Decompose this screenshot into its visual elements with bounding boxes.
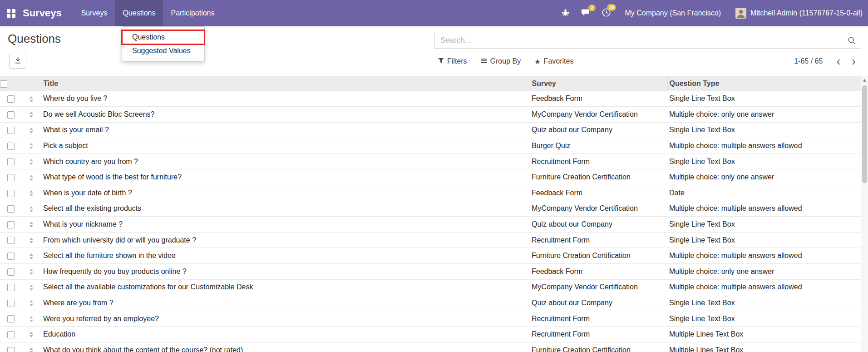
drag-handle-icon[interactable] (30, 285, 33, 291)
messages-button[interactable]: 2 (581, 8, 591, 19)
table-row[interactable]: When is your date of birth ? Feedback Fo… (0, 185, 861, 201)
row-survey[interactable]: Feedback Form (529, 264, 667, 280)
row-title[interactable]: Where are you from ? (41, 295, 529, 311)
row-survey[interactable]: Furniture Creation Certification (529, 169, 667, 185)
row-question-type[interactable]: Multiple choice: multiple answers allowe… (667, 138, 836, 154)
menu-questions[interactable]: Questions (115, 0, 163, 26)
row-question-type[interactable]: Single Line Text Box (667, 217, 836, 233)
row-question-type[interactable]: Multiple choice: multiple answers allowe… (667, 279, 836, 295)
row-question-type[interactable]: Multiple choice: multiple answers allowe… (667, 201, 836, 217)
row-checkbox[interactable] (7, 190, 15, 197)
filters-button[interactable]: Filters (438, 57, 467, 65)
table-row[interactable]: What is your email ? Quiz about our Comp… (0, 122, 861, 138)
row-survey[interactable]: Recruitment Form (529, 154, 667, 169)
row-survey[interactable]: MyCompany Vendor Certification (529, 279, 667, 295)
drag-handle-icon[interactable] (30, 269, 33, 275)
row-checkbox[interactable] (7, 331, 15, 338)
favorites-button[interactable]: ★ Favorites (534, 57, 573, 65)
row-title[interactable]: Select all the existing products (41, 201, 529, 217)
vertical-scrollbar[interactable]: ▲ (861, 76, 868, 352)
pager-next-button[interactable]: › (846, 55, 861, 67)
row-survey[interactable]: Furniture Creation Certification (529, 248, 667, 264)
table-row[interactable]: Where do you live ? Feedback Form Single… (0, 91, 861, 107)
table-row[interactable]: What type of wood is the best for furnit… (0, 169, 861, 185)
row-checkbox[interactable] (7, 205, 15, 213)
row-title[interactable]: Do we sell Acoustic Bloc Screens? (41, 107, 529, 123)
row-checkbox[interactable] (7, 111, 15, 119)
row-question-type[interactable]: Multiple Lines Text Box (667, 342, 836, 352)
row-checkbox[interactable] (7, 158, 15, 165)
select-all-checkbox[interactable] (0, 80, 7, 88)
row-survey[interactable]: Furniture Creation Certification (529, 342, 667, 352)
drag-handle-icon[interactable] (30, 332, 33, 337)
row-title[interactable]: What do you think about the content of t… (41, 342, 529, 352)
row-survey[interactable]: Recruitment Form (529, 311, 667, 327)
row-question-type[interactable]: Multiple choice: multiple answers allowe… (667, 248, 836, 264)
row-title[interactable]: Education (41, 327, 529, 342)
row-question-type[interactable]: Multiple Lines Text Box (667, 327, 836, 342)
row-checkbox[interactable] (7, 95, 15, 103)
table-row[interactable]: Select all the available customizations … (0, 279, 861, 295)
row-survey[interactable]: Burger Quiz (529, 138, 667, 154)
row-title[interactable]: Were you referred by an employee? (41, 311, 529, 327)
activities-button[interactable]: 19 (602, 8, 611, 19)
table-row[interactable]: Were you referred by an employee? Recrui… (0, 311, 861, 327)
drag-handle-icon[interactable] (30, 316, 33, 322)
row-survey[interactable]: Quiz about our Company (529, 122, 667, 138)
drag-handle-icon[interactable] (30, 253, 33, 259)
row-question-type[interactable]: Multiple choice: only one answer (667, 264, 836, 280)
row-title[interactable]: Pick a subject (41, 138, 529, 154)
export-button[interactable] (9, 53, 26, 69)
row-checkbox[interactable] (7, 315, 15, 322)
table-row[interactable]: Do we sell Acoustic Bloc Screens? MyComp… (0, 107, 861, 123)
column-header-survey[interactable]: Survey (529, 76, 667, 91)
row-checkbox[interactable] (7, 127, 15, 134)
menu-surveys[interactable]: Surveys (74, 0, 115, 26)
table-row[interactable]: What do you think about the content of t… (0, 342, 861, 352)
drag-handle-icon[interactable] (30, 159, 33, 165)
row-question-type[interactable]: Single Line Text Box (667, 91, 836, 107)
table-row[interactable]: What is your nickname ? Quiz about our C… (0, 217, 861, 233)
dropdown-item-suggested-values[interactable]: Suggested Values (122, 44, 204, 58)
row-question-type[interactable]: Multiple choice: only one answer (667, 169, 836, 185)
row-title[interactable]: Select all the available customizations … (41, 279, 529, 295)
search-icon[interactable] (847, 36, 857, 47)
row-title[interactable]: From which university did or will you gr… (41, 232, 529, 248)
row-title[interactable]: Select all the furniture shown in the vi… (41, 248, 529, 264)
user-menu[interactable]: Mitchell Admin (11576767-15-0-all) (735, 8, 863, 19)
drag-handle-icon[interactable] (30, 96, 33, 102)
debug-button[interactable] (561, 8, 570, 18)
row-survey[interactable]: Quiz about our Company (529, 217, 667, 233)
drag-handle-icon[interactable] (30, 347, 33, 352)
row-title[interactable]: Where do you live ? (41, 91, 529, 107)
scrollbar-thumb[interactable] (862, 85, 867, 183)
column-header-question-type[interactable]: Question Type (667, 76, 836, 91)
row-survey[interactable]: Recruitment Form (529, 232, 667, 248)
row-title[interactable]: How frequently do you buy products onlin… (41, 264, 529, 280)
scrollbar-up-button[interactable]: ▲ (861, 76, 868, 84)
drag-handle-icon[interactable] (30, 112, 33, 118)
table-row[interactable]: Education Recruitment Form Multiple Line… (0, 327, 861, 342)
row-question-type[interactable]: Single Line Text Box (667, 295, 836, 311)
row-checkbox[interactable] (7, 253, 15, 260)
table-row[interactable]: Select all the furniture shown in the vi… (0, 248, 861, 264)
row-survey[interactable]: Recruitment Form (529, 327, 667, 342)
table-row[interactable]: Select all the existing products MyCompa… (0, 201, 861, 217)
row-question-type[interactable]: Single Line Text Box (667, 311, 836, 327)
apps-menu-button[interactable] (0, 0, 22, 26)
company-switcher[interactable]: My Company (San Francisco) (625, 9, 721, 17)
column-header-title[interactable]: Title (41, 76, 529, 91)
menu-participations[interactable]: Participations (163, 0, 222, 26)
row-survey[interactable]: MyCompany Vendor Certification (529, 107, 667, 123)
row-title[interactable]: What type of wood is the best for furnit… (41, 169, 529, 185)
drag-handle-icon[interactable] (30, 128, 33, 134)
row-title[interactable]: When is your date of birth ? (41, 185, 529, 201)
drag-handle-icon[interactable] (30, 238, 33, 243)
row-checkbox[interactable] (7, 268, 15, 276)
row-checkbox[interactable] (7, 300, 15, 307)
drag-handle-icon[interactable] (30, 222, 33, 228)
row-question-type[interactable]: Single Line Text Box (667, 154, 836, 169)
row-title[interactable]: Which country are you from ? (41, 154, 529, 169)
table-row[interactable]: Which country are you from ? Recruitment… (0, 154, 861, 169)
group-by-button[interactable]: Group By (481, 57, 521, 65)
